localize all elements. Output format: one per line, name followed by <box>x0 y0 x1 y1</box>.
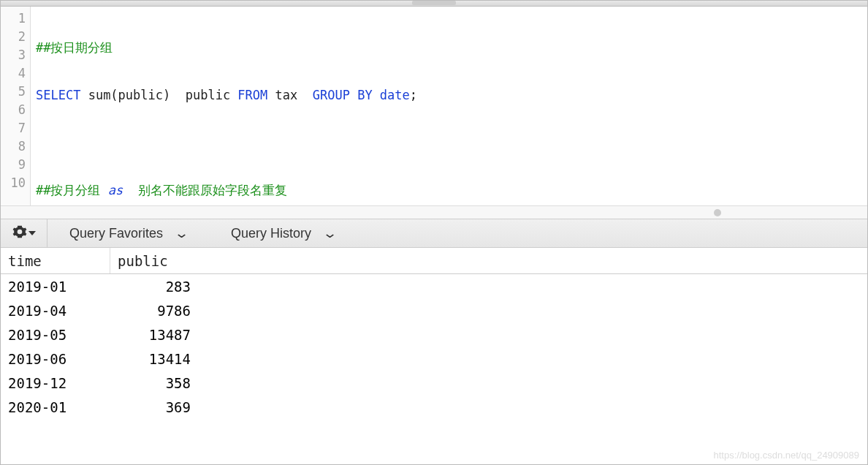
col: date <box>380 88 410 102</box>
sql-comment: ##按日期分组 <box>36 40 113 55</box>
line-number: 9 <box>1 156 30 174</box>
code-line[interactable]: SELECT sum(public) public FROM tax GROUP… <box>34 86 867 105</box>
kw-from: FROM <box>237 88 275 102</box>
gear-icon <box>12 224 27 243</box>
chevron-down-icon: ⌄ <box>322 225 338 241</box>
column-header-time[interactable]: time <box>1 248 110 273</box>
code-line[interactable] <box>34 134 867 152</box>
chevron-down-icon: ⌄ <box>174 225 189 241</box>
window-titlebar <box>1 1 867 7</box>
sql-editor[interactable]: 12345678910 ##按日期分组 SELECT sum(public) p… <box>1 7 867 205</box>
results-body: 2019-012832019-0497862019-05134872019-06… <box>1 274 867 419</box>
line-number: 8 <box>1 137 30 156</box>
query-toolbar: Query Favorites ⌄ Query History ⌄ <box>1 219 867 248</box>
line-gutter: 12345678910 <box>1 7 30 205</box>
query-history-dropdown[interactable]: Query History ⌄ <box>209 219 357 247</box>
cell-time: 2019-12 <box>1 375 110 391</box>
table-name: tax <box>275 88 313 102</box>
query-favorites-label: Query Favorites <box>69 226 163 241</box>
line-number: 3 <box>1 46 30 64</box>
table-row[interactable]: 2019-049786 <box>1 298 867 322</box>
sql-comment: ##按月分组 <box>36 183 108 197</box>
line-number: 2 <box>1 28 30 46</box>
cell-time: 2020-01 <box>1 399 110 415</box>
scroll-knob[interactable] <box>714 209 721 216</box>
query-history-label: Query History <box>231 226 311 241</box>
cell-public: 369 <box>110 399 191 415</box>
table-row[interactable]: 2020-01369 <box>1 395 867 419</box>
line-number: 7 <box>1 119 30 137</box>
line-number: 10 <box>1 174 30 192</box>
table-row[interactable]: 2019-0513487 <box>1 322 867 347</box>
line-number: 5 <box>1 83 30 101</box>
watermark: https://blog.csdn.net/qq_24909089 <box>714 450 860 461</box>
table-row[interactable]: 2019-01283 <box>1 274 867 298</box>
line-number: 4 <box>1 64 30 83</box>
cell-public: 13487 <box>110 327 191 343</box>
dropdown-icon <box>28 231 36 235</box>
kw-select: SELECT <box>36 88 88 102</box>
column-header-public[interactable]: public <box>110 248 198 273</box>
cell-time: 2019-04 <box>1 303 110 319</box>
drag-handle[interactable] <box>412 1 456 5</box>
code-line[interactable]: ##按月分组 as 别名不能跟原始字段名重复 <box>34 181 867 200</box>
settings-menu-button[interactable] <box>1 219 47 247</box>
kw-as: as <box>108 183 123 197</box>
cell-public: 283 <box>110 279 191 295</box>
sql-comment: 别名不能跟原始字段名重复 <box>123 183 286 197</box>
code-area[interactable]: ##按日期分组 SELECT sum(public) public FROM t… <box>34 7 867 205</box>
table-row[interactable]: 2019-0613414 <box>1 347 867 371</box>
code-line[interactable]: ##按日期分组 <box>34 39 867 57</box>
semi: ; <box>410 88 417 102</box>
expr: sum(public) public <box>88 88 238 102</box>
results-grid[interactable]: time public 2019-012832019-0497862019-05… <box>1 248 867 419</box>
kw-groupby: GROUP BY <box>313 88 380 102</box>
results-header: time public <box>1 248 867 274</box>
cell-public: 358 <box>110 375 191 391</box>
editor-scrollbar[interactable] <box>1 205 867 219</box>
cell-time: 2019-06 <box>1 351 110 367</box>
cell-public: 13414 <box>110 351 191 367</box>
cell-time: 2019-01 <box>1 279 110 295</box>
cell-public: 9786 <box>110 303 191 319</box>
query-favorites-dropdown[interactable]: Query Favorites ⌄ <box>47 219 209 247</box>
line-number: 6 <box>1 101 30 119</box>
table-row[interactable]: 2019-12358 <box>1 371 867 395</box>
cell-time: 2019-05 <box>1 327 110 343</box>
line-number: 1 <box>1 10 30 28</box>
